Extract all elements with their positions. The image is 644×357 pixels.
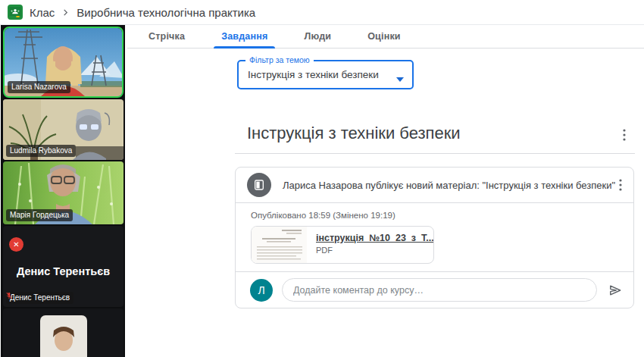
material-book-icon: [247, 173, 271, 197]
comment-row: Л: [236, 271, 633, 308]
participant-name-label: Марія Гордецька: [6, 209, 73, 221]
kebab-icon: [623, 129, 626, 141]
mic-off-icon: [6, 292, 12, 299]
video-tile-larisa[interactable]: Larisa Nazarova: [3, 27, 123, 98]
tab-grades[interactable]: Оцінки: [349, 25, 419, 49]
breadcrumb-course-title[interactable]: Виробнича технологічна практика: [77, 6, 255, 19]
connection-error-icon[interactable]: ✕: [9, 237, 23, 252]
participant-name: Larisa Nazarova: [11, 83, 67, 92]
dropdown-caret-icon: [396, 72, 404, 86]
topic-filter-select[interactable]: Фільтр за темою Інструкція з техніки без…: [237, 60, 414, 89]
video-tile-photo[interactable]: [3, 308, 123, 357]
attachment-card[interactable]: інструкція_№10_23_з_Т... PDF: [251, 226, 434, 264]
post-menu-button[interactable]: [615, 176, 626, 194]
post-published-meta: Опубліковано 18:59 (Змінено 19:19): [236, 203, 633, 226]
post-announcement-text: Лариса Назарова публікує новий матеріал:…: [283, 180, 615, 191]
topic-filter-value: Інструкція з техніки безпеки: [248, 61, 379, 88]
topic-title: Інструкція з техніки безпеки: [247, 124, 461, 143]
material-post-header[interactable]: Лариса Назарова публікує новий матеріал:…: [236, 168, 633, 202]
video-tile-maria[interactable]: Марія Гордецька: [3, 161, 123, 224]
send-icon: [608, 283, 623, 298]
material-post-card: Лариса Назарова публікує новий матеріал:…: [235, 167, 634, 308]
participant-name: Ludmila Rybakova: [10, 146, 72, 155]
tab-people-label: Люди: [304, 31, 331, 42]
tab-bar: Стрічка Завдання Люди Оцінки: [127, 25, 644, 49]
breadcrumb-app-label[interactable]: Клас: [30, 6, 55, 19]
attachment-file-link[interactable]: інструкція_№10_23_з_Т...: [316, 233, 426, 243]
video-tile-denys[interactable]: ✕ Денис Терентьєв Денис Терентьєв: [3, 226, 123, 307]
comment-input[interactable]: [282, 278, 597, 302]
tab-classwork-label: Завдання: [221, 31, 267, 42]
send-comment-button[interactable]: [606, 281, 624, 299]
breadcrumb-chevron-icon: [62, 9, 69, 16]
kebab-icon: [619, 179, 622, 191]
participant-name-label: Larisa Nazarova: [8, 81, 70, 93]
video-call-strip: Larisa Nazarova Ludmila Rybak: [1, 25, 125, 357]
header: Клас Виробнича технологічна практика: [0, 0, 644, 25]
participant-name-label: Денис Терентьєв: [6, 292, 73, 304]
classroom-logo-icon[interactable]: [8, 5, 23, 20]
attachment-info: інструкція_№10_23_з_Т... PDF: [307, 227, 433, 263]
attachment-thumbnail: [252, 227, 307, 263]
topic-menu-button[interactable]: [615, 126, 633, 144]
tab-stream-label: Стрічка: [148, 31, 185, 42]
active-tab-indicator: [214, 46, 275, 49]
topic-divider: [235, 153, 635, 154]
attachment-file-type: PDF: [316, 246, 426, 255]
video-tile-ludmila[interactable]: Ludmila Rybakova: [3, 99, 123, 160]
participant-name-label: Ludmila Rybakova: [6, 145, 76, 157]
tab-people[interactable]: Люди: [286, 25, 349, 49]
tab-stream[interactable]: Стрічка: [130, 25, 203, 49]
tab-classwork[interactable]: Завдання: [203, 25, 286, 49]
participant-name: Денис Терентьєв: [10, 293, 70, 302]
tab-grades-label: Оцінки: [367, 31, 401, 42]
user-avatar: Л: [250, 279, 273, 302]
participant-display-name: Денис Терентьєв: [3, 265, 123, 277]
google-classroom-app: Клас Виробнича технологічна практика Стр…: [0, 0, 644, 357]
participant-name: Марія Гордецька: [10, 211, 69, 220]
